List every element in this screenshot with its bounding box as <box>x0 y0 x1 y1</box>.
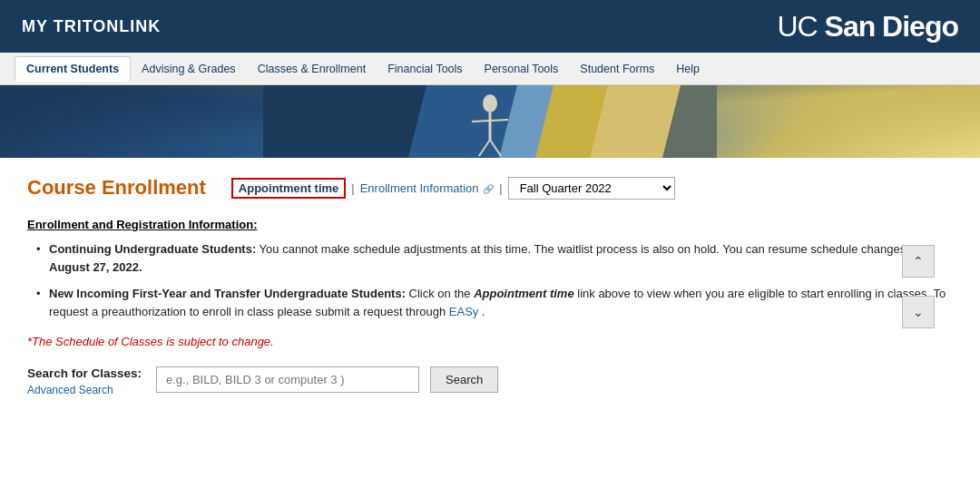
chevron-down-icon: ⌄ <box>913 305 924 319</box>
scroll-down-arrow[interactable]: ⌄ <box>902 296 935 328</box>
site-title: MY TRITONLINK <box>22 17 161 36</box>
banner-image <box>0 85 980 158</box>
scroll-up-arrow[interactable]: ⌃ <box>902 245 935 278</box>
advanced-search-link[interactable]: Advanced Search <box>27 384 145 396</box>
info-section: Enrollment and Registration Information:… <box>27 218 953 320</box>
uc-logo: UC San Diego <box>777 10 958 44</box>
easy-link[interactable]: EASy <box>449 305 479 318</box>
bullet-list: Continuing Undergraduate Students: You c… <box>27 240 953 320</box>
main-nav: Current Students Advising & Grades Class… <box>0 53 980 85</box>
search-label-col: Search for Classes: Advanced Search <box>27 366 145 396</box>
bullet-item-2: New Incoming First-Year and Transfer Und… <box>36 285 953 320</box>
bullet1-bold: Continuing Undergraduate Students: <box>49 242 256 256</box>
nav-classes-enrollment[interactable]: Classes & Enrollment <box>247 57 377 81</box>
schedule-note: *The Schedule of Classes is subject to c… <box>27 335 953 348</box>
search-button[interactable]: Search <box>430 366 498 393</box>
site-header: MY TRITONLINK UC San Diego <box>0 0 980 53</box>
banner-decoration-svg <box>263 85 717 158</box>
search-input[interactable] <box>156 366 419 393</box>
nav-student-forms[interactable]: Student Forms <box>569 57 665 81</box>
bullet2-bold: New Incoming First-Year and Transfer Und… <box>49 287 406 300</box>
nav-personal-tools[interactable]: Personal Tools <box>474 57 570 81</box>
header-links: Appointment time | Enrollment Informatio… <box>231 177 675 200</box>
page-title: Course Enrollment <box>27 176 206 200</box>
svg-point-6 <box>483 94 497 112</box>
content-wrapper: Course Enrollment Appointment time | Enr… <box>27 176 953 396</box>
pipe-separator: | <box>351 181 354 195</box>
quarter-select[interactable]: Fall Quarter 2022 Summer Quarter 2022 Sp… <box>508 177 675 200</box>
enrollment-info-link[interactable]: Enrollment Information 🔗 <box>360 181 495 195</box>
search-label: Search for Classes: <box>27 366 145 380</box>
appointment-time-link[interactable]: Appointment time <box>231 178 347 199</box>
nav-financial-tools[interactable]: Financial Tools <box>377 57 473 81</box>
bullet-item-1: Continuing Undergraduate Students: You c… <box>36 240 953 276</box>
nav-help[interactable]: Help <box>665 57 710 81</box>
info-heading: Enrollment and Registration Information: <box>27 218 953 231</box>
external-link-icon: 🔗 <box>480 184 494 194</box>
nav-current-students[interactable]: Current Students <box>15 56 131 82</box>
search-section: Search for Classes: Advanced Search Sear… <box>27 366 953 396</box>
nav-advising-grades[interactable]: Advising & Grades <box>131 57 247 81</box>
bullet2-italic: Appointment time <box>474 287 574 300</box>
scroll-arrows: ⌃ ⌄ <box>902 245 935 328</box>
chevron-up-icon: ⌃ <box>913 254 924 269</box>
bullet1-date: August 27, 2022. <box>49 260 142 274</box>
enrollment-header: Course Enrollment Appointment time | Enr… <box>27 176 953 200</box>
main-content: Course Enrollment Appointment time | Enr… <box>0 158 980 415</box>
bullet2-text3: . <box>482 305 485 318</box>
bullet1-text: You cannot make schedule adjustments at … <box>260 242 923 256</box>
bullet2-text: Click on the <box>409 287 475 300</box>
pipe-separator2: | <box>499 181 502 195</box>
